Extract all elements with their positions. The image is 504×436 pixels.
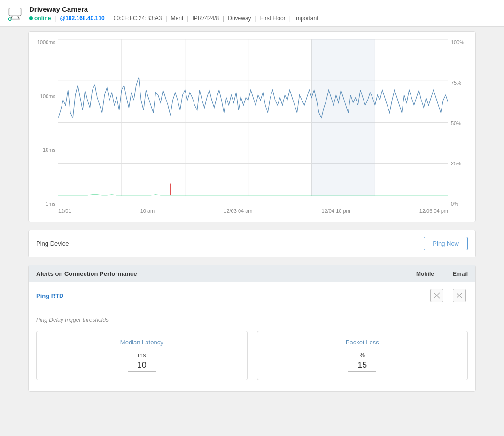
packet-loss-unit: %	[359, 351, 365, 358]
email-alert-toggle[interactable]	[453, 289, 466, 302]
x-label-1203: 12/03 04 am	[224, 208, 252, 218]
thresholds-section: Ping Delay trigger thresholds Median Lat…	[29, 309, 475, 391]
chart-svg	[58, 39, 448, 206]
ip-address: @192.168.40.110	[60, 15, 104, 22]
ping-rtd-label: Ping RTD	[36, 292, 64, 299]
status-badge: online	[29, 15, 51, 22]
alerts-title: Alerts on Connection Performance	[36, 270, 137, 277]
ping-device-label: Ping Device	[36, 240, 69, 247]
ping-device-card: Ping Device Ping Now	[28, 230, 476, 257]
packet-loss-value[interactable]: 15	[348, 360, 376, 372]
packet-loss-value-area: % 15	[265, 351, 460, 372]
x-label-1201: 12/01	[58, 208, 71, 218]
y-right-100: 100%	[451, 39, 472, 45]
median-latency-box: Median Latency ms 10	[36, 331, 248, 380]
mobile-alert-toggle[interactable]	[430, 289, 443, 302]
chart-container: 1000ms 100ms 10ms 1ms	[29, 32, 475, 222]
tag-driveway: Driveway	[228, 15, 251, 22]
tag-important: Important	[295, 15, 318, 22]
ping-now-button[interactable]: Ping Now	[424, 237, 468, 250]
alerts-header-right: Mobile Email	[416, 271, 468, 277]
header-info: Driveway Camera online | @192.168.40.110…	[29, 5, 318, 22]
packet-loss-box: Packet Loss % 15	[257, 331, 468, 380]
thresholds-grid: Median Latency ms 10 Packet Loss % 15	[36, 331, 468, 380]
median-latency-value-area: ms 10	[44, 351, 240, 372]
y-label-100ms: 100ms	[32, 93, 55, 99]
alerts-section: Alerts on Connection Performance Mobile …	[28, 265, 476, 392]
y-right-50: 50%	[451, 120, 472, 126]
y-label-10ms: 10ms	[32, 147, 55, 153]
tag-merit: Merit	[171, 15, 184, 22]
device-title: Driveway Camera	[29, 5, 318, 13]
x-axis: 12/01 10 am 12/03 04 am 12/04 10 pm 12/0…	[58, 206, 448, 218]
alert-icon-buttons	[430, 289, 468, 302]
chart-card: 1000ms 100ms 10ms 1ms	[28, 31, 476, 222]
y-label-1ms: 1ms	[32, 201, 55, 207]
svg-rect-0	[9, 8, 21, 16]
top-bar: Driveway Camera online | @192.168.40.110…	[0, 0, 504, 27]
x-label-10am: 10 am	[140, 208, 155, 218]
main-content: 1000ms 100ms 10ms 1ms	[0, 27, 504, 397]
y-right-25: 25%	[451, 161, 472, 166]
alerts-header: Alerts on Connection Performance Mobile …	[29, 265, 475, 282]
tag-ipr: IPR7424/8	[192, 15, 219, 22]
y-label-1000ms: 1000ms	[32, 39, 55, 45]
x-label-1204: 12/04 10 pm	[322, 208, 350, 218]
ping-now-section: Ping Device Ping Now	[29, 230, 475, 257]
svg-line-2	[17, 16, 19, 19]
y-axis-left: 1000ms 100ms 10ms 1ms	[32, 39, 58, 218]
y-right-0: 0%	[451, 201, 472, 207]
x-label-1206: 12/06 04 pm	[419, 208, 448, 218]
thresholds-label: Ping Delay trigger thresholds	[36, 317, 468, 323]
mobile-col-header: Mobile	[416, 271, 434, 277]
mac-address: 00:0F:FC:24:B3:A3	[114, 15, 162, 22]
tag-first-floor: First Floor	[260, 15, 286, 22]
chart-inner: 12/01 10 am 12/03 04 am 12/04 10 pm 12/0…	[58, 39, 448, 218]
device-icon	[6, 4, 24, 23]
device-meta: online | @192.168.40.110 | 00:0F:FC:24:B…	[29, 15, 318, 22]
chart-area: 1000ms 100ms 10ms 1ms	[32, 39, 472, 218]
median-latency-value[interactable]: 10	[128, 360, 156, 372]
y-axis-right: 100% 75% 50% 25% 0%	[448, 39, 472, 218]
median-latency-title: Median Latency	[44, 339, 240, 346]
packet-loss-title: Packet Loss	[265, 339, 460, 346]
y-right-75: 75%	[451, 80, 472, 86]
median-latency-unit: ms	[138, 351, 146, 358]
status-dot	[29, 16, 33, 20]
email-col-header: Email	[453, 271, 468, 277]
ping-rtd-row: Ping RTD	[29, 282, 475, 309]
